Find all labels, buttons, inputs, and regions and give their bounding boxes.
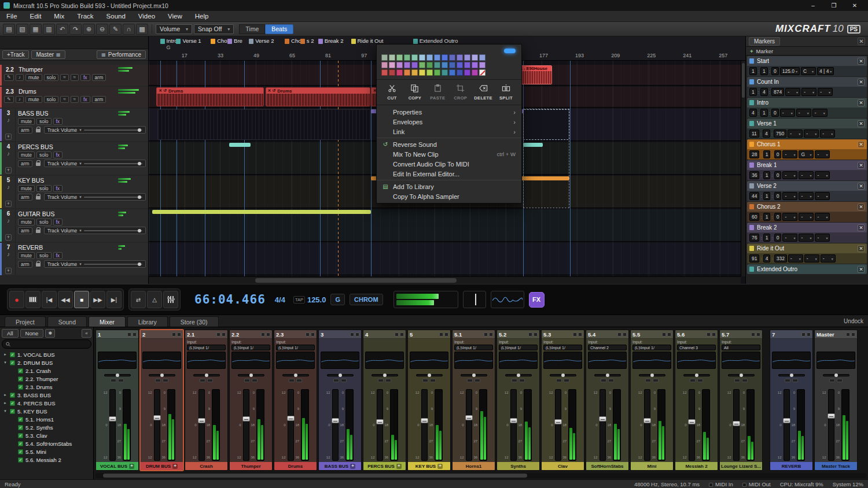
- timeline-row-guitar-bus[interactable]: [149, 209, 741, 242]
- expand-button[interactable]: +: [5, 167, 12, 173]
- ruler-marker-cho[interactable]: Cho: [285, 38, 301, 45]
- pan-slider[interactable]: [372, 374, 398, 376]
- eq-display[interactable]: [632, 352, 671, 369]
- tree-item-1-vocal-bus[interactable]: ▸✓1. VOCAL BUS: [2, 350, 91, 358]
- ruler-marker-intro[interactable]: IntroG: [160, 38, 178, 50]
- checkbox-icon[interactable]: ✓: [10, 401, 15, 406]
- volume-fader[interactable]: [377, 389, 383, 461]
- add-send-button[interactable]: +: [129, 464, 134, 469]
- add-send-button[interactable]: +: [350, 464, 355, 469]
- channel-button[interactable]: [645, 379, 651, 382]
- select-all-button[interactable]: All: [2, 329, 19, 338]
- checkbox-icon[interactable]: ✓: [10, 360, 15, 365]
- track-drums[interactable]: 2.3Drums✎♪mutesolo≈≈fxarm: [0, 87, 148, 108]
- undock-button[interactable]: Undock: [844, 318, 863, 324]
- delete-marker-icon[interactable]: ✕: [858, 224, 865, 231]
- marker-item-intro[interactable]: Intro✕4:1:0-▾-▾-▾: [747, 98, 867, 118]
- channel-solo-icon[interactable]: [534, 332, 538, 337]
- marker-tempo[interactable]: -▾: [782, 192, 797, 200]
- eq-display[interactable]: [276, 352, 315, 369]
- color-swatch[interactable]: [457, 54, 463, 61]
- marker-bar[interactable]: 11: [749, 130, 759, 138]
- tree-item-2-1-crash[interactable]: ✓2.1. Crash: [2, 367, 91, 375]
- color-swatch[interactable]: [419, 69, 425, 76]
- ruler-marker-break-2[interactable]: Break 2: [318, 38, 344, 45]
- marker-item-verse-1[interactable]: Verse 1✕11:4:750-▾-▾-▾: [747, 119, 867, 139]
- solo-button[interactable]: solo: [36, 185, 52, 192]
- ruler-marker-bre[interactable]: Bre: [227, 38, 242, 45]
- clip-header-icons[interactable]: ✕ ↺: [159, 88, 167, 93]
- lock-icon[interactable]: [36, 263, 41, 267]
- edit-icon[interactable]: ✎: [4, 96, 14, 103]
- zoom-out-icon[interactable]: ⊖: [96, 24, 108, 35]
- fx-button[interactable]: fx: [80, 96, 90, 103]
- color-swatch[interactable]: [442, 62, 448, 68]
- search-input[interactable]: [13, 341, 87, 347]
- tree-arrow-icon[interactable]: ▸: [3, 401, 8, 405]
- color-swatch[interactable]: [442, 54, 448, 61]
- track-volume-dropdown[interactable]: Track Volume▾: [44, 126, 146, 134]
- input-select[interactable]: (L)\Input 1/: [231, 345, 270, 350]
- marker-signature[interactable]: -▾: [812, 109, 827, 117]
- eq-display[interactable]: [588, 352, 627, 369]
- tree-item-5-1-horns1[interactable]: ✓5.1. Horns1: [2, 415, 91, 423]
- marker-beat[interactable]: 4: [763, 130, 770, 138]
- marker-item-extended-outro[interactable]: Extended Outro✕: [747, 264, 867, 274]
- channel-button[interactable]: [207, 379, 213, 382]
- tab-project[interactable]: Project: [5, 316, 46, 327]
- marker-signature[interactable]: -▾: [815, 150, 830, 158]
- track-bass-bus[interactable]: 3♪+BASS BUSmutesolofxarmTrack Volume▾: [0, 109, 148, 141]
- pan-slider[interactable]: [683, 374, 710, 376]
- fader-handle[interactable]: [376, 419, 384, 424]
- monitor-icon[interactable]: ♪: [16, 96, 24, 103]
- color-swatch[interactable]: [449, 69, 455, 76]
- mixer-channel-1[interactable]: 11201209182736VOCAL BUS+: [95, 330, 139, 471]
- collapse-sidebar-icon[interactable]: «: [82, 329, 91, 338]
- marker-key[interactable]: -▾: [799, 171, 814, 179]
- color-swatch[interactable]: [381, 54, 388, 61]
- gear-icon[interactable]: ✱: [45, 329, 55, 338]
- input-select[interactable]: (L)\Input 1/: [454, 345, 493, 350]
- tab-library[interactable]: Library: [127, 316, 168, 327]
- channel-mute-icon[interactable]: [484, 332, 488, 337]
- color-swatch[interactable]: [479, 62, 486, 68]
- volume-fader[interactable]: [154, 389, 160, 461]
- marker-item-break-2[interactable]: Break 2✕76:1:0-▾-▾-▾: [747, 223, 867, 243]
- channel-button[interactable]: [422, 379, 428, 382]
- marker-signature[interactable]: -▾: [820, 130, 835, 138]
- marker-tick[interactable]: 332: [774, 254, 787, 263]
- close-icon[interactable]: ✕: [858, 38, 865, 45]
- channel-button[interactable]: [155, 379, 161, 382]
- fader-handle[interactable]: [688, 419, 696, 424]
- mute-button[interactable]: mute: [18, 151, 35, 158]
- marker-tempo[interactable]: -▾: [782, 234, 797, 242]
- channel-solo-icon[interactable]: [266, 332, 270, 337]
- channel-button[interactable]: [467, 379, 473, 382]
- fader-handle[interactable]: [421, 418, 428, 423]
- eq-display[interactable]: [677, 352, 716, 369]
- marker-tick[interactable]: 0: [774, 150, 782, 158]
- tap-tempo-button[interactable]: TAP: [293, 296, 305, 304]
- track-guitar-bus[interactable]: 6♪+GUITAR BUSmutesolofxarmTrack Volume▾: [0, 209, 148, 242]
- channel-solo-icon[interactable]: [623, 332, 627, 337]
- color-swatch[interactable]: [434, 69, 440, 76]
- minimize-icon[interactable]: –: [803, 1, 823, 10]
- tab-store-30[interactable]: Store (30): [170, 316, 219, 327]
- expand-button[interactable]: +: [5, 134, 12, 140]
- marker-key[interactable]: -▾: [799, 234, 814, 242]
- marker-bar[interactable]: 91: [749, 254, 759, 263]
- arm-button[interactable]: arm: [18, 261, 32, 268]
- pan-slider[interactable]: [728, 374, 755, 376]
- tree-item-3-bass-bus[interactable]: ▸✓3. BASS BUS: [2, 391, 91, 399]
- mixer-channel-master[interactable]: Master1201209182736Master Track: [814, 330, 858, 471]
- input-select[interactable]: (L)\Input 1/: [276, 345, 315, 350]
- channel-mute-icon[interactable]: [395, 332, 399, 337]
- channel-solo-icon[interactable]: [578, 332, 582, 337]
- volume-fader[interactable]: [421, 389, 428, 461]
- mixer-search[interactable]: [2, 339, 91, 349]
- channel-button[interactable]: [385, 379, 391, 382]
- color-swatch[interactable]: [457, 62, 463, 68]
- color-swatch[interactable]: [389, 54, 395, 61]
- marker-key[interactable]: -▾: [799, 213, 814, 221]
- timeline-row-reverb[interactable]: [149, 243, 741, 275]
